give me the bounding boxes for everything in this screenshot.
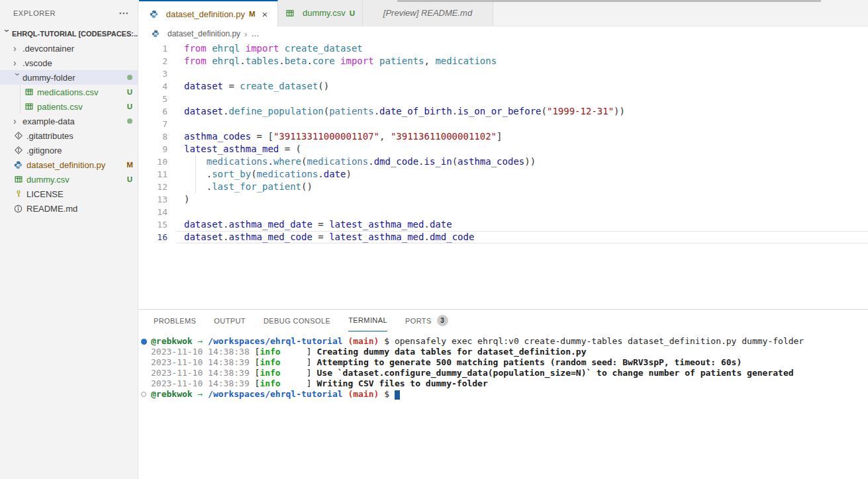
line-number: 14	[139, 206, 184, 218]
ports-count-badge: 3	[437, 315, 448, 326]
tabbar-scrollbar[interactable]	[397, 0, 821, 2]
tab-ports[interactable]: PORTS 3	[405, 310, 448, 331]
token: info	[260, 357, 280, 367]
line-number: 11	[139, 168, 184, 181]
token: date	[324, 169, 346, 179]
token: = [	[251, 131, 273, 142]
token: create_dataset	[285, 43, 363, 54]
token: medications	[307, 156, 368, 167]
token: =	[313, 219, 329, 230]
tree-item-dummy-csv[interactable]: dummy.csv U	[0, 172, 138, 187]
workspace-section-header[interactable]: › EHRQL-TUTORIAL [CODESPACES:...	[0, 26, 138, 41]
tab-terminal[interactable]: TERMINAL	[348, 310, 387, 331]
code-line[interactable]: 9latest_asthma_med = (	[139, 143, 868, 155]
tree-item-label: README.md	[26, 204, 138, 214]
terminal-text: 2023-11-10 14:38:39 [info ] Use `dataset…	[151, 368, 794, 378]
token: dataset	[184, 219, 223, 230]
code-line[interactable]: 8asthma_codes = ["39113311000001107", "3…	[139, 130, 868, 143]
code-line[interactable]: 12 .last_for_patient()	[139, 181, 868, 193]
tab-debug-console[interactable]: DEBUG CONSOLE	[264, 310, 330, 331]
code-line[interactable]: 4dataset = create_dataset()	[139, 80, 868, 93]
token: ]	[281, 357, 317, 367]
breadcrumb-more[interactable]: …	[251, 29, 259, 38]
token: "39113611000001102"	[391, 131, 497, 142]
tab-dataset-definition[interactable]: dataset_definition.py M ×	[139, 0, 278, 26]
editor-tabs: dataset_definition.py M × dummy.csv U [P…	[139, 0, 868, 26]
more-actions-icon[interactable]: ⋯	[119, 7, 128, 19]
token: ))	[524, 156, 536, 167]
code-line[interactable]: 2from ehrql.tables.beta.core import pati…	[139, 55, 868, 67]
chevron-down-icon: ›	[3, 29, 12, 38]
table-icon	[24, 87, 34, 97]
token: ,	[424, 56, 436, 66]
line-number: 4	[139, 80, 184, 93]
token: dataset	[184, 81, 223, 91]
code-text: dataset.asthma_med_date = latest_asthma_…	[184, 218, 452, 231]
token: from	[184, 43, 212, 54]
code-line[interactable]: 1from ehrql import create_dataset	[139, 42, 868, 55]
code-line[interactable]: 11 .sort_by(medications.date)	[139, 168, 868, 181]
code-text: dataset.define_population(patients.date_…	[184, 105, 625, 118]
line-number: 10	[139, 155, 184, 168]
tree-item-medications-csv[interactable]: medications.csv U	[0, 85, 138, 99]
token: .	[368, 156, 373, 167]
token	[395, 390, 400, 400]
table-icon	[24, 102, 34, 111]
token: = (	[279, 144, 301, 154]
tree-item-dummy-folder[interactable]: › dummy-folder	[0, 70, 138, 85]
terminal[interactable]: @rebkwok → /workspaces/ehrql-tutorial (m…	[139, 331, 868, 400]
tree-item-vscode[interactable]: › .vscode	[0, 56, 138, 70]
token: 2023-11-10 14:38:39	[151, 378, 255, 388]
tree-item-readme[interactable]: README.md	[0, 201, 138, 216]
tree-item-gitattributes[interactable]: .gitattributes	[0, 128, 138, 143]
tree-item-label: patients.csv	[37, 102, 122, 112]
breadcrumb[interactable]: dataset_definition.py › …	[139, 26, 868, 41]
breadcrumb-file[interactable]: dataset_definition.py	[168, 29, 240, 38]
tab-dummy-csv[interactable]: dummy.csv U	[278, 0, 363, 26]
tree-item-dataset-definition[interactable]: dataset_definition.py M	[0, 157, 138, 172]
tree-item-label: example-data	[23, 116, 122, 126]
info-icon	[13, 204, 23, 213]
code-editor[interactable]: 1from ehrql import create_dataset 2from …	[139, 41, 868, 309]
command-marker	[141, 392, 151, 397]
tree-item-gitignore[interactable]: .gitignore	[0, 143, 138, 157]
tab-output[interactable]: OUTPUT	[214, 310, 246, 331]
tree-item-label: medications.csv	[37, 87, 122, 97]
table-icon	[285, 9, 295, 18]
token: ()	[301, 181, 313, 192]
token: Use `dataset.configure_dummy_data(popula…	[316, 368, 793, 378]
token: .	[184, 181, 212, 192]
token: last_for_patient	[212, 181, 301, 192]
token: "39113311000001107"	[273, 131, 379, 142]
tree-item-label: dummy-folder	[23, 73, 122, 83]
token: latest_asthma_med	[184, 144, 279, 154]
tab-problems[interactable]: PROBLEMS	[154, 310, 196, 331]
token: import	[335, 56, 379, 66]
code-line[interactable]: 6dataset.define_population(patients.date…	[139, 105, 868, 118]
tree-item-patients-csv[interactable]: patients.csv U	[0, 99, 138, 114]
token: (main)	[348, 389, 379, 399]
code-line[interactable]: 7	[139, 118, 868, 130]
token: .	[374, 106, 379, 116]
tab-readme-preview[interactable]: [Preview] README.md	[363, 0, 493, 26]
code-line[interactable]: 15dataset.asthma_med_date = latest_asthm…	[139, 218, 868, 231]
close-icon[interactable]: ×	[262, 9, 268, 20]
tree-item-example-data[interactable]: › example-data	[0, 114, 138, 128]
ports-label: PORTS	[405, 317, 432, 325]
key-icon	[13, 189, 23, 198]
terminal-line: @rebkwok → /workspaces/ehrql-tutorial (m…	[141, 389, 868, 400]
tree-item-license[interactable]: LICENSE	[0, 187, 138, 201]
tree-item-label: .gitattributes	[26, 131, 138, 141]
code-line[interactable]: 5	[139, 93, 868, 105]
code-text: latest_asthma_med = (	[184, 143, 301, 155]
token: core	[313, 56, 335, 66]
code-line[interactable]: 13)	[139, 193, 868, 206]
code-line[interactable]: 10 medications.where(medications.dmd_cod…	[139, 155, 868, 168]
terminal-line: 2023-11-10 14:38:39 [info ] Writing CSV …	[141, 378, 868, 389]
tree-item-devcontainer[interactable]: › .devcontainer	[0, 41, 138, 56]
code-line[interactable]: 3	[139, 67, 868, 80]
terminal-lines: @rebkwok → /workspaces/ehrql-tutorial (m…	[141, 336, 868, 400]
token: info	[260, 378, 280, 388]
tree-item-label: .devcontainer	[23, 44, 138, 54]
code-line[interactable]: 14	[139, 206, 868, 218]
